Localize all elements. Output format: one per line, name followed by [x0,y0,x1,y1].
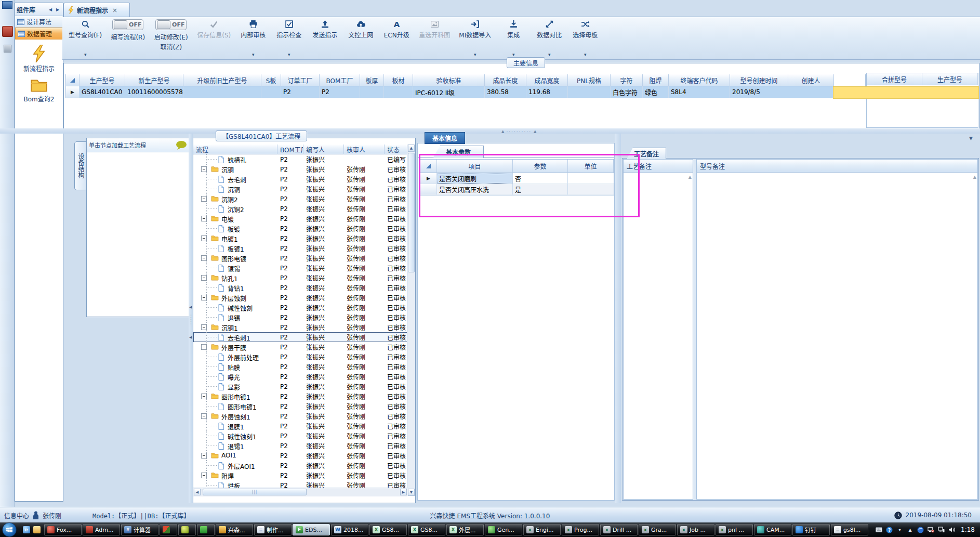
dropdown-caret-icon[interactable]: ▾ [584,52,587,57]
taskbar-button-Gra...[interactable]: xGra... [639,524,676,535]
tree-collapse-icon[interactable] [201,216,207,221]
cell-成品长度[interactable]: 380.58 [485,86,526,98]
taskbar-button-Prog...[interactable]: xProg... [562,524,599,535]
tree-collapse-icon[interactable] [201,473,207,478]
taskbar-button-Drill ...[interactable]: xDrill ... [600,524,638,535]
tree-column-header-BOM工厂[interactable]: BOM工厂 [277,145,303,154]
tree-row-镀锡[interactable]: 镀锡P2 张振兴 张传刚 已审核 [193,263,407,273]
taskbar-button-Fox...[interactable]: Fox... [44,524,82,535]
tree-collapse-icon[interactable] [201,344,207,350]
tree-row-外层蚀刻1[interactable]: 外层蚀刻1P2 张振兴 张传刚 已审核 [193,411,407,421]
tree-collapse-icon[interactable] [201,255,207,261]
hidden-caret-tray-icon[interactable]: ▾ [896,527,903,533]
internal-audit-button[interactable]: 内部审核▾ [237,18,269,58]
column-header-板材[interactable]: 板材 [384,74,413,86]
sidebar-item-Bom查询2[interactable]: Bom查询2 [15,73,63,103]
network-error-tray-icon[interactable] [928,527,934,533]
dropdown-caret-icon[interactable]: ▾ [288,52,290,57]
taskbar-button-Engi...[interactable]: xEngi... [523,524,561,535]
ecn-upgrade-button[interactable]: AECN升级 [381,18,412,58]
sidebar-item-新流程指示[interactable]: 新流程指示 [15,40,63,73]
tree-row-外层前处理[interactable]: 外层前处理P2 张振兴 张传刚 已审核 [193,352,407,362]
cell-成品宽度[interactable]: 119.68 [526,86,568,98]
taskbar-button-2018...[interactable]: W2018... [331,524,368,535]
collapse-arrow-icon[interactable]: ◀ [189,305,192,309]
network-tray-icon[interactable] [938,527,945,533]
tree-collapse-icon[interactable] [201,166,207,172]
start-modify-button[interactable]: OFF 启动修改(E)取消(Z) [152,18,190,52]
tree-collapse-icon[interactable] [201,394,207,399]
column-header-新生产型号[interactable]: 新生产型号 [125,74,183,86]
sidebar-item-数据管理[interactable]: 数据管理 [15,28,63,40]
taskbar-button-兴森...[interactable]: 兴森... [216,524,253,535]
taskbar-button-pnl ...[interactable]: xpnl ... [716,524,753,535]
column-header-升级前旧生产型号[interactable]: 升级前旧生产型号 [183,74,261,86]
cell-型号创建时间[interactable]: 2019/8/5 [730,86,788,98]
param-column-header-项目[interactable]: 项目 [437,160,513,173]
cell-BOM工厂[interactable]: P2 [320,86,360,98]
toolbox-icon[interactable] [2,26,13,37]
integration-button[interactable]: 集成▾ [498,18,529,58]
tree-row-板镀[interactable]: 板镀P2 张振兴 张传刚 已审核 [193,224,407,233]
cell-PNL规格[interactable] [568,86,611,98]
column-header-终端客户代码[interactable]: 终端客户代码 [669,74,730,86]
column-header-成品长度[interactable]: 成品长度 [485,74,526,86]
taskbar-button-Job ...[interactable]: xJob ... [677,524,714,535]
column-header-S板[interactable]: S板 [261,74,281,86]
tree-collapse-icon[interactable] [201,324,207,330]
taskbar-button-GS8...[interactable]: XGS8... [369,524,407,535]
taskbar-button-钉钉[interactable]: 钉钉 [792,524,830,535]
scroll-up-icon[interactable]: ▲ [688,175,692,179]
process-remarks-textarea[interactable]: ▲ [624,173,693,499]
tab-new-flow-instruction[interactable]: 新流程指示 × [63,3,130,17]
collapse-arrow-icon[interactable]: ◀ [189,335,192,339]
model-grid-selected-row[interactable]: ▶GS8L401CA010011600005578P2P2IPC-6012 Ⅱ级… [66,86,865,98]
tree-row-碱性蚀刻[interactable]: 碱性蚀刻P2 张振兴 张传刚 已审核 [193,303,407,312]
highlighted-empty-cell[interactable] [833,86,979,99]
tree-row-沉铜[interactable]: 沉铜P2 张振兴 张传刚 已审核 [193,184,407,194]
dropdown-caret-icon[interactable]: ▾ [474,52,476,57]
cell-阻焊[interactable]: 绿色 [643,86,669,98]
folder-quicklaunch-icon[interactable] [33,526,41,533]
tree-row-铣槽孔[interactable]: 铣槽孔P2 张振兴 已编写 [193,154,407,164]
tree-column-header-核审人[interactable]: 核审人 [344,145,385,154]
mi-data-import-button[interactable]: MI数据导入▾ [457,18,493,58]
tree-row-沉铜1[interactable]: 沉铜1P2 张振兴 张传刚 已审核 [193,322,407,332]
cell-生产型号[interactable]: GS8L401CA0 [80,86,125,98]
app-menu-icon[interactable] [2,1,12,9]
tree-collapse-icon[interactable] [201,413,207,419]
scroll-up-icon[interactable]: ▲ [973,175,976,179]
cell-字符[interactable]: 白色字符 [611,86,643,98]
write-flow-button[interactable]: OFF 编写流程(R) [109,18,147,42]
tree-row-贴膜[interactable]: 贴膜P2 张振兴 张传刚 已审核 [193,362,407,372]
dock-right-icon[interactable]: ▶ [54,6,61,13]
scrollbar-thumb[interactable] [408,153,415,272]
column-header-BOM工厂[interactable]: BOM工厂 [320,74,360,86]
tree-row-图形电镀[interactable]: 图形电镀P2 张振兴 张传刚 已审核 [193,253,407,263]
taskbar-button-制作...[interactable]: ≡制作... [254,524,292,535]
vertical-splitter-right[interactable] [615,134,621,503]
taskbar-button-Adm...[interactable]: Adm... [83,524,120,535]
arrow-up-tray-icon[interactable]: ▲ [907,527,913,533]
cell-param[interactable]: 否 [513,173,568,184]
tree-column-header-流程[interactable]: 流程 [193,145,277,154]
help-tray-icon[interactable]: ? [886,527,893,533]
tree-row-电镀1[interactable]: 电镀1P2 张振兴 张传刚 已审核 [193,233,407,243]
tree-row-去毛刺[interactable]: 去毛刺P2 张振兴 张传刚 已审核 [193,174,407,184]
column-header-阻焊[interactable]: 阻焊 [643,74,669,86]
dropdown-caret-icon[interactable]: ▾ [252,52,255,57]
column-header-验收标准[interactable]: 验收标准 [413,74,485,86]
tree-row-阻焊[interactable]: 阻焊P2 张振兴 张传刚 已审核 [193,470,407,480]
save-info-button[interactable]: 保存信息(S) [195,18,233,58]
cell-板厚[interactable] [360,86,384,98]
blue-ball-tray-icon[interactable] [917,527,924,533]
splitter-handle[interactable]: ▲··········▲ [501,129,536,134]
cell-row-indicator[interactable]: ▶ [66,86,80,98]
taskbar-button-外层...[interactable]: X外层... [446,524,484,535]
dropdown-caret-icon[interactable]: ▾ [84,52,87,57]
tab-close-icon[interactable]: × [112,7,117,14]
cell-创建人[interactable] [788,86,834,98]
taskbar-button-gs8l...[interactable]: ≡gs8l... [831,524,868,535]
taskbar-button-qq[interactable] [197,524,215,535]
taskbar-button-计算器[interactable]: #计算器 [121,524,158,535]
